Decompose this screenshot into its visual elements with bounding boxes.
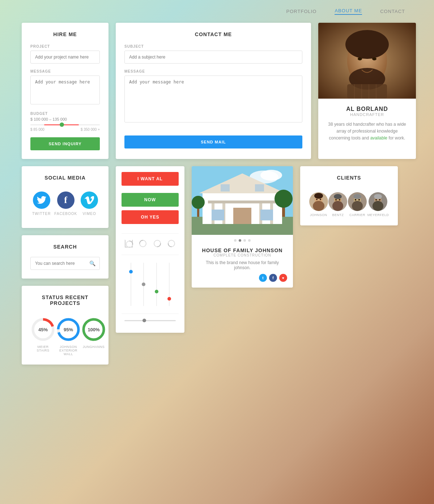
profile-name: AL BORLAND xyxy=(326,106,409,112)
vertical-sliders-section xyxy=(122,255,179,314)
profile-info: AL BORLAND HANDCRAFTER 38 years old hand… xyxy=(318,99,416,149)
i-want-al-button[interactable]: I WANT AL xyxy=(122,172,179,186)
donut-johnson: 95% xyxy=(56,317,81,342)
client-name-carrier: CARRIER xyxy=(349,213,365,217)
v-thumb-3 xyxy=(155,290,158,293)
search-icon: 🔍 xyxy=(89,260,95,266)
svg-point-55 xyxy=(352,201,363,211)
social-media-title: SOCIAL MEDIA xyxy=(30,175,100,181)
contact-message-label: MESSAGE xyxy=(124,69,302,73)
send-mail-button[interactable]: SEND MAIL xyxy=(124,135,302,148)
clients-title: CLIENTS xyxy=(309,175,389,181)
nav-item-about-me[interactable]: ABOUT ME xyxy=(335,8,362,15)
budget-slider[interactable] xyxy=(30,124,100,125)
horizontal-slider-section xyxy=(122,314,179,327)
client-bentz: BENTZ xyxy=(328,192,347,217)
svg-rect-33 xyxy=(212,210,224,220)
subject-input[interactable] xyxy=(124,51,302,64)
meier-name: MEIER STAIRS xyxy=(37,345,50,352)
column-4: CLIENTS JOHNSON xyxy=(300,166,398,365)
budget-min: $ 85 000 xyxy=(30,128,44,132)
junghanns-percent: 100% xyxy=(88,327,99,332)
junghanns-name: JUNGHANNS xyxy=(83,345,105,349)
meier-percent: 45% xyxy=(38,327,48,332)
profile-image xyxy=(318,23,416,99)
donut-junghanns: 100% xyxy=(81,317,106,342)
v-slider-2[interactable] xyxy=(143,261,144,308)
h-thumb xyxy=(142,319,146,322)
column-2: I WANT AL NOW OH YES xyxy=(116,166,184,365)
h-slider[interactable] xyxy=(124,318,176,323)
status-junghanns: 100% JUNGHANNS xyxy=(81,317,106,349)
status-title: STATUS RECENT PROJECTS xyxy=(30,294,100,306)
portfolio-facebook[interactable]: f xyxy=(269,274,277,282)
nav-bar: PORTFOLIO ABOUT ME CONTACT xyxy=(0,0,434,23)
oh-yes-button[interactable]: OH YES xyxy=(122,210,179,224)
profile-description: 38 years old handcrafter who has a wide … xyxy=(326,121,409,142)
svg-point-51 xyxy=(339,199,340,201)
house-illustration xyxy=(192,166,293,235)
svg-rect-35 xyxy=(221,184,230,191)
dot-3[interactable] xyxy=(243,239,246,242)
client-name-bentz: BENTZ xyxy=(332,213,344,217)
dot-4[interactable] xyxy=(248,239,251,242)
project-input[interactable] xyxy=(30,51,100,64)
svg-point-5 xyxy=(372,57,376,60)
svg-point-57 xyxy=(358,199,360,201)
portfolio-info: HOUSE OF FAMILY JOHNSON COMPLETE CONSTRU… xyxy=(192,242,293,288)
portfolio-heart[interactable]: ♥ xyxy=(279,274,287,282)
loading-icon-4 xyxy=(167,240,175,249)
svg-point-52 xyxy=(334,194,342,199)
portfolio-dots-row xyxy=(192,235,293,242)
nav-item-contact[interactable]: CONTACT xyxy=(380,9,405,14)
column-3: HOUSE OF FAMILY JOHNSON COMPLETE CONSTRU… xyxy=(192,166,293,365)
twitter-icon xyxy=(33,191,50,209)
svg-point-58 xyxy=(353,194,361,199)
twitter-label: TWITTER xyxy=(32,212,51,216)
action-buttons: I WANT AL NOW OH YES xyxy=(122,172,179,228)
message-input[interactable] xyxy=(30,76,100,104)
portfolio-twitter[interactable]: t xyxy=(259,274,267,282)
vimeo-social[interactable]: VIMEO xyxy=(81,191,98,216)
svg-point-38 xyxy=(275,190,293,208)
loading-icon-1 xyxy=(125,240,133,247)
client-name-meyerfeld: MEYERFELD xyxy=(367,213,389,217)
v-slider-4[interactable] xyxy=(169,261,170,308)
profile-title: HANDCRAFTER xyxy=(326,112,409,117)
svg-point-64 xyxy=(374,194,382,199)
client-avatar-carrier xyxy=(348,192,367,211)
client-name-johnson: JOHNSON xyxy=(310,213,327,217)
now-button[interactable]: NOW xyxy=(122,193,179,207)
portfolio-image xyxy=(192,166,293,235)
dot-1[interactable] xyxy=(234,239,237,242)
client-johnson: JOHNSON xyxy=(309,192,328,217)
v-thumb-2 xyxy=(142,283,145,286)
search-input-wrap: 🔍 xyxy=(30,257,100,270)
send-inquiry-button[interactable]: SEND INQUIRY xyxy=(30,137,100,150)
actions-card: I WANT AL NOW OH YES xyxy=(116,166,184,333)
svg-point-43 xyxy=(313,201,324,211)
search-card: SEARCH 🔍 xyxy=(22,235,109,279)
search-title: SEARCH xyxy=(30,244,100,250)
dot-2[interactable] xyxy=(239,239,241,242)
column-1: SOCIAL MEDIA TWITTER f FACEBOOK xyxy=(22,166,109,365)
twitter-social[interactable]: TWITTER xyxy=(32,191,51,216)
portfolio-title: HOUSE OF FAMILY JOHNSON xyxy=(197,247,287,253)
svg-point-61 xyxy=(373,201,383,211)
donut-meier: 45% xyxy=(30,317,56,342)
vimeo-label: VIMEO xyxy=(82,212,96,216)
client-avatar-bentz xyxy=(328,192,347,211)
profile-card: AL BORLAND HANDCRAFTER 38 years old hand… xyxy=(318,23,416,159)
v-slider-3[interactable] xyxy=(156,261,157,308)
contact-message-input[interactable] xyxy=(124,76,302,122)
facebook-social[interactable]: f FACEBOOK xyxy=(54,191,77,216)
svg-rect-36 xyxy=(255,184,264,191)
nav-item-portfolio[interactable]: PORTFOLIO xyxy=(286,9,317,14)
v-slider-1[interactable] xyxy=(131,261,131,308)
svg-point-45 xyxy=(320,199,321,200)
hire-me-title: HIRE ME xyxy=(30,31,100,37)
message-label: MESSAGE xyxy=(30,69,100,73)
social-media-card: SOCIAL MEDIA TWITTER f FACEBOOK xyxy=(22,166,109,228)
johnson-name: JOHNSON EXTERIOR WALL xyxy=(56,345,81,356)
svg-point-23 xyxy=(260,170,282,181)
